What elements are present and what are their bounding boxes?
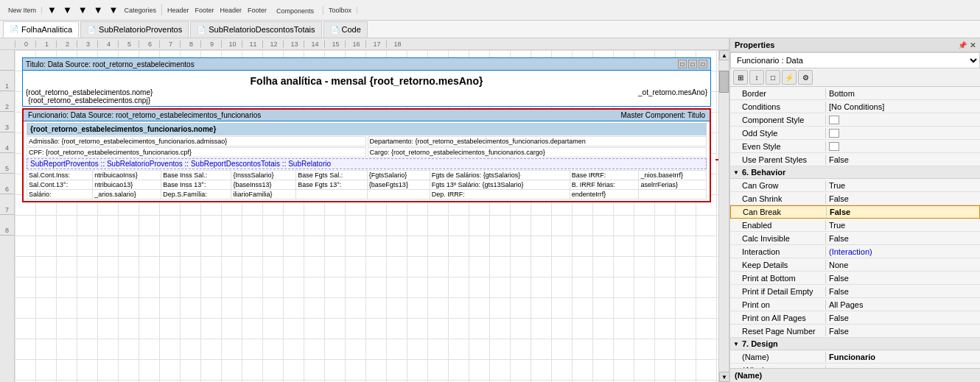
ruler-mark-12: 12	[262, 40, 283, 48]
categories-btn1[interactable]: ▼	[45, 4, 59, 15]
main-layout: 0 1 2 3 4 5 6 7 8 9 10 11 12 13 14 15 16…	[0, 38, 980, 382]
props-key-print-at-bottom: Print at Bottom	[730, 273, 826, 283]
ruler-mark-0: 0	[15, 40, 35, 48]
props-row-conditions[interactable]: Conditions [No Conditions]	[730, 100, 980, 113]
ruler-mark-15: 15	[324, 40, 345, 48]
tab-code[interactable]: 📄 Code	[323, 21, 368, 38]
props-key-component-style: Component Style	[730, 115, 826, 125]
footer1-btn[interactable]: Footer	[192, 7, 216, 14]
props-toolbar: ⊞ ↕ □ ⚡ ⚙	[730, 68, 980, 87]
scroll-up-arrow[interactable]: ▲	[719, 50, 729, 60]
band-icon-3[interactable]: □	[699, 60, 707, 68]
props-val-name: Funcionario	[826, 352, 980, 362]
props-toolbar-filter-btn[interactable]: □	[766, 70, 780, 85]
header1-btn[interactable]: Header	[165, 7, 192, 14]
props-key-border: Border	[730, 88, 826, 99]
behavior-toggle[interactable]	[733, 169, 739, 176]
tab-bar: 📄 FolhaAnalitica 📄 SubRelatorioProventos…	[0, 21, 980, 38]
categories-btn4[interactable]: ▼	[91, 4, 105, 15]
ruler-mark-16: 16	[345, 40, 365, 48]
tab-label-code: Code	[342, 25, 361, 34]
ruler-mark-8: 8	[180, 40, 200, 48]
cell-fgts-13-salario: Fgts 13º Salário: {gts13Salario}	[430, 180, 570, 190]
props-section-design[interactable]: 7. Design	[730, 338, 980, 350]
props-val-calc-invisible: False	[826, 233, 980, 244]
tab-label-descontos: SubRelatorioDescontosTotais	[209, 25, 315, 34]
ruler-mark-11: 11	[242, 40, 262, 48]
ruler-mark-18: 18	[386, 40, 407, 48]
vertical-scrollbar[interactable]: ▲ ▼	[718, 50, 729, 382]
ruler-mark-2: 2	[56, 40, 77, 48]
props-val-border: Bottom	[826, 88, 980, 99]
props-val-can-shrink: False	[826, 194, 980, 204]
left-ruler: 1 2 3 4 5 6 7 8	[0, 50, 15, 382]
cell-empty2	[367, 190, 430, 199]
toolbox-btn[interactable]: Toolbox	[326, 7, 354, 14]
props-key-print-if-detail-empty: Print if Detail Empty	[730, 286, 826, 297]
band-subtitle2: {root_retorno_estabelecimentos.cnpj}	[26, 96, 153, 105]
props-key-enabled: Enabled	[730, 220, 826, 230]
band-funcionario[interactable]: Funcionario: Data Source: root_retorno_e…	[22, 108, 711, 202]
band-icon-1[interactable]: □	[678, 60, 687, 68]
props-toolbar-grid-btn[interactable]: ⊞	[733, 70, 748, 85]
design-toggle[interactable]	[733, 340, 739, 347]
categories-btn3[interactable]: ▼	[76, 4, 90, 15]
properties-panel: Properties 📌 ✕ Funcionario : Data ⊞ ↕ □ …	[729, 38, 980, 382]
cell-sal-cont-inss-val: ntribuicaoInss}	[93, 171, 161, 180]
props-toolbar-lightning-btn[interactable]: ⚡	[782, 70, 797, 85]
props-section-behavior[interactable]: 6. Behavior	[730, 166, 980, 179]
tab-label-proventos: SubRelatorioProventos	[99, 25, 182, 34]
pin-icon[interactable]: 📌	[958, 41, 967, 49]
props-key-reset-page-number: Reset Page Number	[730, 326, 826, 336]
categories-btn5[interactable]: ▼	[107, 4, 121, 15]
canvas-content[interactable]: Titulo: Data Source: root_retorno_estabe…	[15, 50, 718, 382]
ruler-mark-1: 1	[35, 40, 56, 48]
report-container: Titulo: Data Source: root_retorno_estabe…	[22, 57, 711, 202]
props-val-print-if-detail-empty: False	[826, 286, 980, 297]
scroll-thumb[interactable]	[719, 71, 729, 93]
band-titulo-header-icons: □ □ □	[678, 60, 707, 68]
ruler-mark-9: 9	[200, 40, 221, 48]
cell-dep-familia-label: Dep.S.Família:	[161, 190, 231, 199]
cell-dep-irrf-label: Dep. IRRF:	[430, 190, 570, 199]
categories-btn2[interactable]: ▼	[60, 4, 74, 15]
ruler-mark-13: 13	[283, 40, 304, 48]
footer2-btn[interactable]: Footer	[245, 7, 269, 14]
band-icon-2[interactable]: □	[688, 60, 697, 68]
tab-subreport-proventos[interactable]: 📄 SubRelatorioProventos	[80, 21, 189, 38]
new-item-button[interactable]: New Item	[6, 7, 38, 14]
band-subtitle-col: {root_retorno_estabelecimentos.nome} {ro…	[26, 88, 153, 105]
cell-base-inss-sal-val: {InsssSalario}	[231, 171, 296, 180]
close-icon[interactable]: ✕	[970, 41, 976, 49]
props-toolbar-sort-btn[interactable]: ↕	[749, 70, 764, 85]
designer-area[interactable]: 0 1 2 3 4 5 6 7 8 9 10 11 12 13 14 15 16…	[0, 38, 729, 382]
func-data-row-1: Sal.Cont.Inss: ntribuicaoInss} Base Inss…	[27, 171, 707, 180]
props-row-can-shrink: Can Shrink False	[730, 192, 980, 205]
cell-base-inss-13-label: Base Inss 13°:	[161, 180, 231, 190]
cell-base-fgts-13-label: Base Fgts 13°:	[296, 180, 368, 190]
cell-base-fgts-sal-label: Base Fgts Sal.:	[296, 171, 368, 180]
func-data-row-2: Sal.Cont.13°: ntribuicao13} Base Inss 13…	[27, 180, 707, 190]
band-titulo[interactable]: Titulo: Data Source: root_retorno_estabe…	[22, 57, 711, 107]
props-row-component-style: Component Style	[730, 113, 980, 127]
band-funcionario-header: Funcionario: Data Source: root_retorno_e…	[24, 110, 710, 121]
props-row-keep-details: Keep Details None	[730, 258, 980, 272]
ruler-mark-10: 10	[221, 40, 242, 48]
scroll-down-arrow[interactable]: ▼	[719, 372, 729, 382]
band-center-row: {root_retorno_estabelecimentos.nome} {ro…	[26, 88, 707, 105]
props-toolbar-gear-btn[interactable]: ⚙	[798, 70, 813, 85]
props-row-interaction: Interaction (Interaction)	[730, 245, 980, 258]
func-details-row-1: Admissão: {root_retorno_estabelecimentos…	[27, 136, 707, 146]
props-key-even-style: Even Style	[730, 141, 826, 152]
tab-subreport-descontos[interactable]: 📄 SubRelatorioDescontosTotais	[190, 21, 321, 38]
header2-btn[interactable]: Header	[217, 7, 244, 14]
props-object-selector[interactable]: Funcionario : Data	[730, 52, 980, 68]
odd-style-swatch	[829, 129, 839, 138]
cell-salario-label: Salário:	[27, 190, 93, 199]
props-row-border: Border Bottom	[730, 87, 980, 100]
func-detail-cpf: CPF: {root_retorno_estabelecimentos_func…	[27, 147, 366, 158]
cell-dep-familia-val: iliarioFamilia}	[231, 190, 296, 199]
props-key-can-grow: Can Grow	[730, 180, 826, 191]
canvas-wrapper: 1 2 3 4 5 6 7 8 Titulo: Data Source: roo…	[0, 50, 729, 382]
tab-folha-analitica[interactable]: 📄 FolhaAnalitica	[3, 21, 79, 38]
